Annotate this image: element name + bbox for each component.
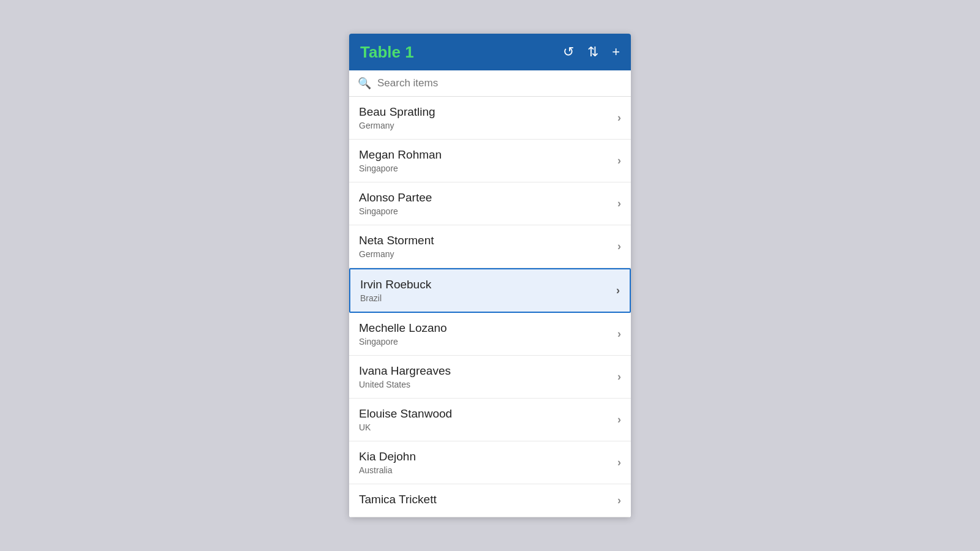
- list-item[interactable]: Elouise StanwoodUK›: [349, 399, 631, 441]
- list-item[interactable]: Tamica Trickett›: [349, 484, 631, 517]
- refresh-icon[interactable]: ↺: [563, 44, 574, 60]
- item-country: United States: [359, 380, 451, 389]
- item-name: Mechelle Lozano: [359, 321, 447, 335]
- item-country: Singapore: [359, 206, 432, 216]
- list-item-content: Elouise StanwoodUK: [359, 407, 452, 432]
- item-country: Germany: [359, 249, 434, 259]
- list-item-content: Megan RohmanSingapore: [359, 148, 442, 173]
- chevron-icon: ›: [617, 494, 621, 507]
- item-name: Neta Storment: [359, 234, 434, 247]
- header: Table 1 ↺ ⇅ +: [349, 34, 631, 70]
- chevron-icon: ›: [617, 413, 621, 426]
- item-country: Singapore: [359, 337, 447, 347]
- item-country: Singapore: [359, 163, 442, 173]
- item-name: Tamica Trickett: [359, 493, 437, 506]
- chevron-icon: ›: [617, 111, 621, 124]
- list-item[interactable]: Kia DejohnAustralia›: [349, 441, 631, 484]
- add-icon[interactable]: +: [612, 44, 620, 60]
- header-icons: ↺ ⇅ +: [563, 44, 620, 60]
- search-bar: 🔍: [349, 70, 631, 97]
- list-item-content: Neta StormentGermany: [359, 234, 434, 259]
- item-name: Elouise Stanwood: [359, 407, 452, 421]
- chevron-icon: ›: [617, 197, 621, 210]
- search-input[interactable]: [377, 77, 622, 89]
- list-item-content: Irvin RoebuckBrazil: [360, 278, 431, 303]
- chevron-icon: ›: [617, 328, 621, 340]
- chevron-icon: ›: [617, 154, 621, 167]
- list-item[interactable]: Mechelle LozanoSingapore›: [349, 313, 631, 356]
- list-item-content: Mechelle LozanoSingapore: [359, 321, 447, 347]
- chevron-icon: ›: [617, 456, 621, 469]
- list-item[interactable]: Beau SpratlingGermany›: [349, 97, 631, 140]
- chevron-icon: ›: [617, 240, 621, 253]
- item-name: Ivana Hargreaves: [359, 364, 451, 378]
- item-name: Beau Spratling: [359, 105, 435, 119]
- chevron-icon: ›: [617, 370, 621, 383]
- list-item-content: Tamica Trickett: [359, 493, 437, 508]
- item-country: UK: [359, 422, 452, 432]
- list-container: Beau SpratlingGermany›Megan RohmanSingap…: [349, 97, 631, 517]
- list-item[interactable]: Ivana HargreavesUnited States›: [349, 356, 631, 399]
- search-icon: 🔍: [358, 77, 371, 90]
- chevron-icon: ›: [616, 284, 620, 297]
- list-item[interactable]: Neta StormentGermany›: [349, 225, 631, 268]
- list-item[interactable]: Megan RohmanSingapore›: [349, 140, 631, 182]
- table-title: Table 1: [360, 43, 414, 62]
- item-name: Alonso Partee: [359, 191, 432, 204]
- list-item-content: Kia DejohnAustralia: [359, 450, 416, 475]
- item-country: Brazil: [360, 293, 431, 303]
- item-country: Australia: [359, 465, 416, 475]
- list-item[interactable]: Irvin RoebuckBrazil›: [349, 268, 631, 313]
- list-item-content: Beau SpratlingGermany: [359, 105, 435, 130]
- item-country: Germany: [359, 121, 435, 130]
- list-item-content: Alonso ParteeSingapore: [359, 191, 432, 216]
- sort-icon[interactable]: ⇅: [587, 44, 598, 60]
- item-name: Irvin Roebuck: [360, 278, 431, 291]
- item-name: Megan Rohman: [359, 148, 442, 162]
- list-item-content: Ivana HargreavesUnited States: [359, 364, 451, 389]
- item-name: Kia Dejohn: [359, 450, 416, 463]
- app-container: Table 1 ↺ ⇅ + 🔍 Beau SpratlingGermany›Me…: [349, 34, 631, 517]
- list-item[interactable]: Alonso ParteeSingapore›: [349, 182, 631, 225]
